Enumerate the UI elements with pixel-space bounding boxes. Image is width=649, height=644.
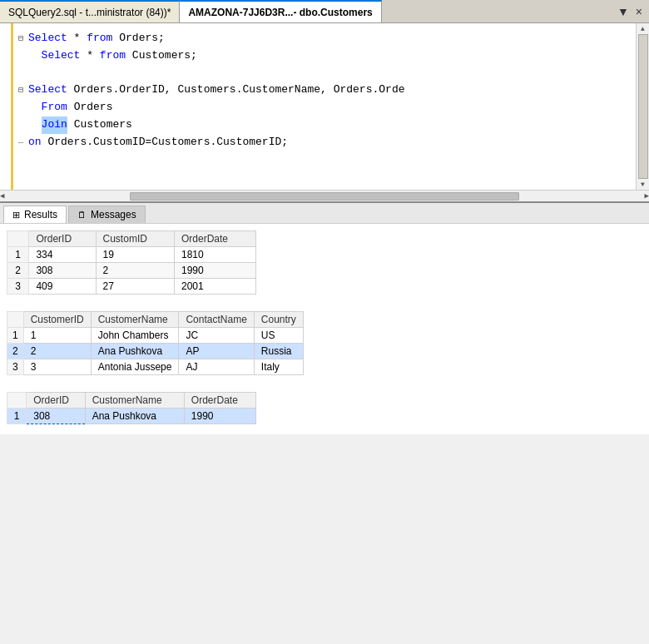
row-num: 3	[7, 359, 24, 375]
kw-from-1: from	[87, 30, 112, 47]
code-line-6: Join Customers	[18, 116, 631, 134]
cell-country[interactable]: Russia	[254, 344, 303, 359]
table-row-selected[interactable]: 2 2 Ana Pushkova AP Russia	[7, 344, 304, 359]
tab-customers[interactable]: AMAZONA-7JJ6D3R...- dbo.Customers	[180, 0, 381, 22]
cell-contactname[interactable]: AP	[179, 344, 254, 359]
result-table-2: CustomerID CustomerName ContactName Coun…	[7, 311, 304, 375]
results-panel: ⊞ Results 🗒 Messages OrderID CustomID Or…	[0, 203, 649, 434]
code-line-3	[18, 65, 631, 82]
table-row[interactable]: 1 334 19 1810	[7, 247, 256, 263]
table-header-row-2: CustomerID CustomerName ContactName Coun…	[7, 312, 304, 328]
kw-from-2: from	[100, 47, 126, 65]
results-grid-icon: ⊞	[12, 210, 20, 220]
table-header-row-1: OrderID CustomID OrderDate	[7, 231, 256, 247]
col-header-country: Country	[254, 312, 303, 328]
col-header-customername-3: CustomerName	[85, 393, 184, 409]
row-num: 2	[7, 344, 24, 359]
cell-customid[interactable]: 19	[96, 247, 174, 263]
cell-contactname[interactable]: JC	[179, 328, 254, 344]
cell-orderid-join[interactable]: 308	[27, 409, 85, 424]
cell-orderid[interactable]: 409	[29, 279, 96, 295]
col-header-customerid: CustomerID	[23, 312, 91, 328]
results-tab-label: Results	[24, 209, 57, 220]
code-line-5: From Orders	[18, 99, 631, 116]
code-line-4: ⊟ Select Orders.OrderID, Customers.Custo…	[18, 82, 631, 99]
cell-country[interactable]: US	[254, 328, 303, 344]
table-row[interactable]: 3 409 27 2001	[7, 279, 256, 295]
code-line-1: ⊟ Select * from Orders;	[18, 30, 631, 47]
col-header-customername: CustomerName	[91, 312, 179, 328]
tab-controls: ▼ ×	[614, 0, 649, 22]
sql-editor[interactable]: ⊟ Select * from Orders; Select * from	[0, 23, 649, 203]
scroll-up-icon[interactable]: ▲	[641, 25, 645, 32]
tab-messages[interactable]: 🗒 Messages	[68, 206, 146, 223]
cell-orderid[interactable]: 308	[29, 263, 96, 279]
cell-contactname[interactable]: AJ	[179, 359, 254, 375]
cell-orderdate-join[interactable]: 1990	[184, 409, 255, 424]
table-row-selected-join[interactable]: 1 308 Ana Pushkova 1990	[7, 409, 256, 424]
scroll-down-icon[interactable]: ▼	[641, 181, 645, 188]
tab-customers-label: AMAZONA-7JJ6D3R...- dbo.Customers	[188, 7, 372, 18]
cell-customerid[interactable]: 3	[23, 359, 91, 375]
cell-customid-selected[interactable]: 2	[96, 263, 174, 279]
cell-orderdate[interactable]: 1810	[174, 247, 255, 263]
kw-join: Join	[42, 116, 67, 134]
pin-button[interactable]: ▼	[614, 5, 632, 18]
kw-on: on	[28, 134, 42, 151]
cell-orderdate[interactable]: 2001	[174, 279, 255, 295]
code-line-7: — on Orders.CustomID=Customers.CustomerI…	[18, 134, 631, 151]
col-header-rownum-3	[7, 393, 27, 409]
cell-customid[interactable]: 27	[96, 279, 174, 295]
scroll-left-icon[interactable]: ◀	[0, 191, 4, 201]
result-grid-2-container: CustomerID CustomerName ContactName Coun…	[0, 305, 649, 379]
cell-customerid-selected[interactable]: 2	[23, 344, 91, 359]
table-header-row-3: OrderID CustomerName OrderDate	[7, 393, 256, 409]
tab-sqlquery[interactable]: SQLQuery2.sql - t...ministrator (84))*	[0, 0, 180, 22]
col-header-customid: CustomID	[96, 231, 174, 247]
cell-country[interactable]: Italy	[254, 359, 303, 375]
row-num: 3	[7, 279, 29, 295]
cell-customername-join[interactable]: Ana Pushkova	[85, 409, 184, 424]
col-header-orderdate-3: OrderDate	[184, 393, 255, 409]
title-bar: SQLQuery2.sql - t...ministrator (84))* A…	[0, 0, 649, 23]
result-table-3: OrderID CustomerName OrderDate 1 308 Ana…	[7, 392, 256, 424]
col-header-rownum-2	[7, 312, 24, 328]
result-table-1: OrderID CustomID OrderDate 1 334 19 1810…	[7, 230, 256, 295]
fold-icon-7[interactable]: —	[18, 136, 27, 150]
col-header-orderdate-1: OrderDate	[174, 231, 255, 247]
result-grid-3-container: OrderID CustomerName OrderDate 1 308 Ana…	[0, 385, 649, 434]
row-num: 2	[7, 263, 29, 279]
cell-customername[interactable]: Antonia Jussepe	[91, 359, 179, 375]
editor-scrollbar-h[interactable]: ◀ ▶	[0, 190, 649, 201]
col-header-contactname: ContactName	[179, 312, 254, 328]
result-grid-1-container: OrderID CustomID OrderDate 1 334 19 1810…	[0, 224, 649, 298]
tab-results[interactable]: ⊞ Results	[3, 206, 67, 223]
table-row[interactable]: 2 308 2 1990	[7, 263, 256, 279]
code-area[interactable]: ⊟ Select * from Orders; Select * from	[13, 23, 636, 158]
cell-customername[interactable]: John Chambers	[91, 328, 179, 344]
table-row[interactable]: 3 3 Antonia Jussepe AJ Italy	[7, 359, 304, 375]
messages-tab-label: Messages	[91, 209, 136, 220]
kw-from-3: From	[42, 99, 67, 116]
col-header-orderid-3: OrderID	[27, 393, 85, 409]
editor-scrollbar-v[interactable]: ▲ ▼	[636, 23, 649, 190]
cell-orderid[interactable]: 334	[29, 247, 96, 263]
messages-icon: 🗒	[77, 210, 87, 220]
cell-customername[interactable]: Ana Pushkova	[91, 344, 179, 359]
kw-select-1: Select	[28, 30, 67, 47]
kw-select-2: Select	[42, 47, 81, 65]
cell-orderdate[interactable]: 1990	[174, 263, 255, 279]
col-header-rownum-1	[7, 231, 29, 247]
close-button[interactable]: ×	[632, 5, 646, 18]
row-num: 1	[7, 247, 29, 263]
table-row[interactable]: 1 1 John Chambers JC US	[7, 328, 304, 344]
fold-icon-4[interactable]: ⊟	[18, 84, 27, 97]
row-num: 1	[7, 409, 27, 424]
scrollbar-thumb-h[interactable]	[130, 192, 519, 201]
scroll-right-icon[interactable]: ▶	[645, 191, 649, 201]
code-line-2: Select * from Customers;	[18, 47, 631, 65]
fold-icon-1[interactable]: ⊟	[18, 32, 27, 46]
results-tabs-bar: ⊞ Results 🗒 Messages	[0, 203, 649, 224]
tab-sqlquery-label: SQLQuery2.sql - t...ministrator (84))*	[8, 7, 171, 18]
cell-customerid[interactable]: 1	[23, 328, 91, 344]
